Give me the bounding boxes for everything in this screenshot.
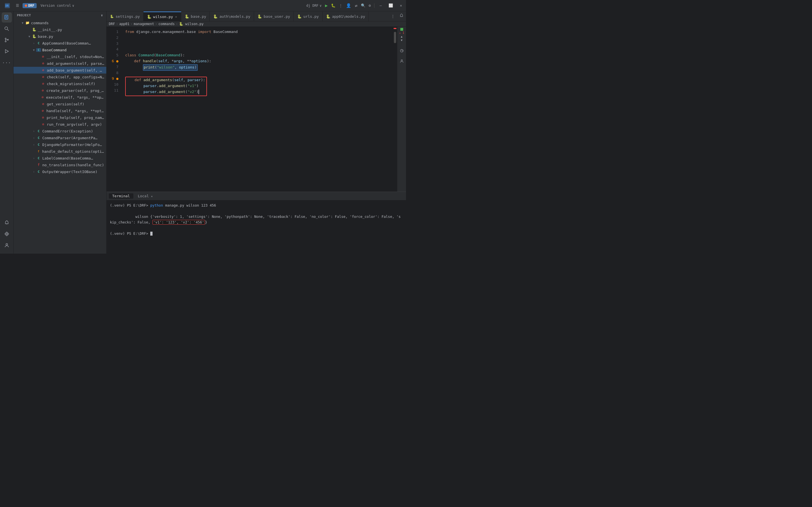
chevron-down-icon: ∨ — [72, 4, 74, 8]
expand-arrow: ▼ — [27, 35, 32, 38]
breadcrumb-item[interactable]: commands — [158, 22, 175, 26]
search-icon[interactable]: 🔍 — [361, 3, 365, 8]
sidebar-item-label: CommandError(Exception) — [42, 129, 93, 133]
sync-icon[interactable] — [397, 46, 406, 55]
sidebar-item-label: create_parser(self, prog_na… — [46, 89, 105, 93]
breadcrumb: DRF › app01 › management › commands › 🐍 … — [107, 21, 406, 27]
code-line-9: def add_arguments(self, parser): — [126, 77, 205, 83]
class-icon: C — [36, 156, 41, 160]
sidebar-item-add-arguments[interactable]: ⊘ add_arguments(self, parse… — [13, 60, 106, 67]
hamburger-menu-icon[interactable]: ☰ — [15, 2, 20, 9]
minimize-button[interactable]: — — [378, 3, 383, 8]
breadcrumb-sep: › — [130, 22, 132, 26]
sidebar-item-no-translations[interactable]: f no_translations(handle_func) — [13, 162, 106, 168]
activity-person[interactable] — [2, 240, 12, 250]
expand-arrow: › — [32, 143, 36, 146]
sidebar-item-commandparser[interactable]: › C CommandParser(ArgumentPa… — [13, 134, 106, 141]
sidebar-item-print-help[interactable]: ⊘ print_help(self, prog_name… — [13, 114, 106, 121]
scrollbar-thumb[interactable] — [394, 32, 396, 43]
app01-tab-icon: 🐍 — [326, 14, 330, 18]
status-indicators: ⚠ 1 ▲ ▼ — [399, 28, 404, 42]
tab-overflow-menu[interactable]: ⋮ — [389, 14, 397, 18]
code-line-10: parser.add_argument("v1") — [126, 83, 205, 89]
error-indicator — [394, 28, 396, 29]
terminal-content[interactable]: (.venv) PS E:\DRF> python manage.py wils… — [107, 201, 406, 253]
settings-icon[interactable]: ⚙ — [369, 3, 371, 8]
terminal-line-1: (.venv) PS E:\DRF> python manage.py wils… — [110, 203, 402, 208]
terminal-cursor — [150, 232, 153, 236]
sidebar-item-labelcommand[interactable]: › C LabelCommand(BaseComma… — [13, 155, 106, 162]
terminal-line-2: wilson {'verbosity': 1, 'settings': None… — [110, 208, 402, 231]
terminal-tab-local[interactable]: Local ✕ — [134, 193, 156, 199]
editor-scrollbar[interactable] — [393, 27, 397, 192]
activity-git[interactable] — [2, 35, 12, 45]
close-button[interactable]: ✕ — [398, 3, 404, 8]
wilson-tab-icon: 🐍 — [147, 15, 151, 19]
translate-icon[interactable]: ⇄ — [355, 3, 357, 8]
sidebar-item-djangohelp[interactable]: › C DjangoHelpFormatter(HelpFo… — [13, 141, 106, 148]
more-menu-icon[interactable]: ⋮ — [339, 3, 342, 8]
drf-badge[interactable]: dj DRF ∨ — [306, 4, 322, 8]
person-icon[interactable] — [397, 56, 406, 65]
breadcrumb-current-file[interactable]: 🐍 wilson.py — [179, 22, 204, 26]
sidebar-item-create-parser[interactable]: ⊘ create_parser(self, prog_na… — [13, 87, 106, 94]
activity-dots[interactable]: ··· — [2, 57, 12, 68]
sidebar-item-basepy[interactable]: ▼ 🐍 base.py — [13, 33, 106, 40]
version-control-button[interactable]: Version control ∨ — [39, 3, 76, 8]
sidebar-item-get-version[interactable]: ⊘ get_version(self) — [13, 101, 106, 107]
sidebar-item-appcommand[interactable]: › C AppCommand(BaseComman… — [13, 40, 106, 47]
sidebar-item-handle-default[interactable]: f handle_default_options(optic… — [13, 148, 106, 155]
breadcrumb-item[interactable]: app01 — [119, 22, 129, 26]
sidebar-item-basecommand[interactable]: ▼ C BaseCommand — [13, 47, 106, 53]
titlebar-right: dj DRF ∨ ▶ 🐛 ⋮ 👤 ⇄ 🔍 ⚙ — ⬜ ✕ — [306, 3, 404, 8]
tab-close-button[interactable]: ✕ — [175, 15, 178, 19]
tab-urls[interactable]: 🐍 urls.py — [294, 11, 323, 21]
tab-app01-models[interactable]: 🐍 app01\models.py — [323, 11, 369, 21]
sidebar-item-commanderror[interactable]: › C CommandError(Exception) — [13, 128, 106, 134]
sidebar-item-outputwrapper[interactable]: › C OutputWrapper(TextIOBase) — [13, 168, 106, 175]
terminal-tab-terminal[interactable]: Terminal — [109, 193, 133, 199]
run-button[interactable]: ▶ — [325, 3, 328, 8]
user-tab-icon: 🐍 — [257, 14, 262, 18]
activity-settings2[interactable] — [2, 229, 12, 239]
breadcrumb-item[interactable]: management — [133, 22, 154, 26]
arrow-up[interactable]: ▲ — [401, 35, 402, 38]
maximize-button[interactable]: ⬜ — [387, 3, 395, 8]
tab-auth-models[interactable]: 🐍 auth\models.py — [210, 11, 254, 21]
error-func-icon: f — [36, 163, 41, 167]
sidebar-item-label: get_version(self) — [47, 102, 84, 106]
sidebar-item-check[interactable]: ⊘ check(self, app_configs=N… — [13, 73, 106, 80]
terminal-line-3: (.venv) PS E:\DRF> — [110, 231, 402, 236]
error-method-icon: ⊘ — [40, 109, 45, 113]
sidebar-item-run-from-argv[interactable]: ⊘ run_from_argv(self, argv) — [13, 121, 106, 128]
sidebar-header: Project ∨ — [13, 11, 106, 19]
tab-wilson[interactable]: 🐍 wilson.py ✕ — [144, 11, 181, 21]
sidebar-item-add-base-arg[interactable]: ⊘ add_base_argument(self, … — [13, 67, 106, 73]
sidebar-item-init[interactable]: 🐍 __init__.py — [13, 26, 106, 33]
arrow-down[interactable]: ▼ — [401, 39, 402, 42]
terminal-tab-close[interactable]: ✕ — [151, 195, 153, 198]
debug-icon[interactable]: 🐛 — [331, 3, 335, 8]
activity-search[interactable] — [2, 24, 12, 34]
activity-explorer[interactable] — [2, 12, 12, 22]
notification-bell[interactable] — [397, 13, 406, 19]
error-method-icon: ⊘ — [41, 68, 46, 72]
activity-notifications[interactable] — [2, 218, 12, 228]
sidebar-item-init-method[interactable]: ⊘ __init__(self, stdout=None… — [13, 53, 106, 60]
sidebar-item-execute[interactable]: ⊘ execute(self, *args, **optic… — [13, 94, 106, 101]
sidebar-item-commands[interactable]: ▼ 📁 commands — [13, 19, 106, 26]
tab-base[interactable]: 🐍 base.py — [181, 11, 210, 21]
editor-code[interactable]: from django.core.management.base import … — [121, 27, 393, 192]
tab-base-user[interactable]: 🐍 base_user.py — [254, 11, 294, 21]
breadcrumb-item[interactable]: DRF — [109, 22, 115, 26]
project-badge[interactable]: DRF — [22, 3, 37, 8]
sidebar-item-check-migrations[interactable]: ⊘ check_migrations(self) — [13, 80, 106, 87]
class-icon: C — [36, 136, 41, 140]
error-method-icon: ⊘ — [41, 61, 46, 65]
add-user-icon[interactable]: 👤 — [346, 3, 351, 8]
tab-settings[interactable]: 🐍 settings.py — [107, 11, 144, 21]
activity-run[interactable] — [2, 46, 12, 56]
sidebar-item-label: __init__.py — [38, 27, 62, 32]
base-tab-icon: 🐍 — [185, 14, 189, 18]
sidebar-item-handle[interactable]: ⊘ handle(self, *args, **optio… — [13, 107, 106, 114]
